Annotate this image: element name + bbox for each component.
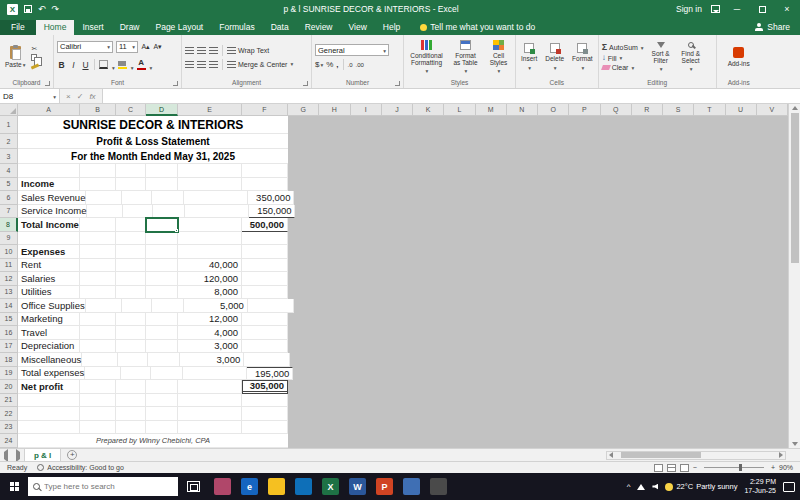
ribbon-tab-page-layout[interactable]: Page Layout bbox=[148, 20, 212, 35]
cell-F22[interactable] bbox=[242, 407, 288, 421]
zoom-slider[interactable] bbox=[704, 467, 764, 468]
cell-B16[interactable] bbox=[80, 326, 116, 340]
bold-button[interactable]: B bbox=[57, 59, 66, 71]
cell-A23[interactable] bbox=[18, 421, 80, 435]
cell-D7[interactable] bbox=[153, 205, 185, 219]
ribbon-tab-help[interactable]: Help bbox=[375, 20, 408, 35]
number-format-select[interactable]: General bbox=[315, 44, 389, 56]
sheet-nav-right-icon[interactable] bbox=[12, 452, 24, 459]
cell-F17[interactable] bbox=[242, 340, 288, 354]
file-tab[interactable]: File bbox=[0, 20, 36, 35]
cell-C10[interactable] bbox=[116, 245, 146, 259]
cell-E20[interactable] bbox=[178, 380, 242, 394]
cell-C14[interactable] bbox=[122, 299, 152, 313]
row-header-1[interactable]: 1 bbox=[0, 116, 18, 134]
cell-B11[interactable] bbox=[80, 259, 116, 273]
cell-D9[interactable] bbox=[146, 232, 178, 246]
column-header-C[interactable]: C bbox=[116, 104, 146, 116]
cell-A13[interactable]: Utilities bbox=[18, 286, 80, 300]
cell-D17[interactable] bbox=[146, 340, 178, 354]
cell-E14[interactable]: 5,000 bbox=[184, 299, 248, 313]
cell-E11[interactable]: 40,000 bbox=[178, 259, 242, 273]
sign-in-button[interactable]: Sign in bbox=[676, 4, 702, 14]
cell-E18[interactable]: 3,000 bbox=[180, 353, 244, 367]
cell-E6[interactable] bbox=[184, 191, 248, 205]
cell-F20[interactable]: 305,000 bbox=[242, 380, 288, 394]
row-header-19[interactable]: 19 bbox=[0, 367, 18, 381]
cell-F13[interactable] bbox=[242, 286, 288, 300]
row-header-10[interactable]: 10 bbox=[0, 245, 18, 259]
task-view-icon[interactable] bbox=[187, 481, 200, 492]
borders-icon[interactable] bbox=[99, 60, 108, 69]
photos-app-icon[interactable] bbox=[214, 478, 231, 495]
share-button[interactable]: Share bbox=[745, 22, 800, 35]
save-icon[interactable] bbox=[24, 5, 32, 13]
cell-D8[interactable] bbox=[146, 218, 178, 232]
column-header-M[interactable]: M bbox=[476, 104, 507, 116]
row-header-4[interactable]: 4 bbox=[0, 164, 18, 178]
redo-icon[interactable]: ↷ bbox=[52, 5, 60, 14]
cell-C15[interactable] bbox=[116, 313, 146, 327]
cell-D5[interactable] bbox=[146, 178, 178, 192]
align-top-icon[interactable] bbox=[185, 47, 194, 54]
cell-C16[interactable] bbox=[116, 326, 146, 340]
cell-D13[interactable] bbox=[146, 286, 178, 300]
cell-E13[interactable]: 8,000 bbox=[178, 286, 242, 300]
cell-E17[interactable]: 3,000 bbox=[178, 340, 242, 354]
paste-button[interactable]: Paste bbox=[3, 45, 27, 69]
cell-E21[interactable] bbox=[178, 394, 242, 408]
column-header-L[interactable]: L bbox=[444, 104, 475, 116]
cell-F11[interactable] bbox=[242, 259, 288, 273]
conditional-formatting-button[interactable]: Conditional Formatting bbox=[408, 39, 446, 75]
decrease-font-size-icon[interactable]: A▾ bbox=[153, 41, 162, 53]
cell-E5[interactable] bbox=[178, 178, 242, 192]
cell-A22[interactable] bbox=[18, 407, 80, 421]
cell-A19[interactable]: Total expenses bbox=[18, 367, 85, 381]
cell-E9[interactable] bbox=[178, 232, 242, 246]
cell-C7[interactable] bbox=[123, 205, 153, 219]
cell-A3[interactable]: For the Month Ended May 31, 2025 bbox=[18, 149, 288, 164]
cell-C17[interactable] bbox=[116, 340, 146, 354]
cell-A18[interactable]: Miscellaneous bbox=[18, 353, 82, 367]
cell-C21[interactable] bbox=[116, 394, 146, 408]
addins-button[interactable]: Add-ins bbox=[726, 46, 752, 68]
cell-B6[interactable] bbox=[86, 191, 122, 205]
cell-D21[interactable] bbox=[146, 394, 178, 408]
cell-D22[interactable] bbox=[146, 407, 178, 421]
cell-D6[interactable] bbox=[152, 191, 184, 205]
cell-B23[interactable] bbox=[80, 421, 116, 435]
row-header-16[interactable]: 16 bbox=[0, 326, 18, 340]
cell-A12[interactable]: Salaries bbox=[18, 272, 80, 286]
cancel-icon[interactable]: × bbox=[66, 92, 71, 101]
cell-F4[interactable] bbox=[242, 164, 288, 178]
zoom-out-button[interactable]: − bbox=[693, 464, 697, 471]
cell-E16[interactable]: 4,000 bbox=[178, 326, 242, 340]
cell-D14[interactable] bbox=[152, 299, 184, 313]
fill-color-icon[interactable] bbox=[118, 61, 127, 69]
action-center-icon[interactable] bbox=[783, 482, 795, 492]
cell-E15[interactable]: 12,000 bbox=[178, 313, 242, 327]
taskbar-clock[interactable]: 2:29 PM 17-Jun-25 bbox=[744, 478, 776, 495]
cell-F19[interactable]: 195,000 bbox=[247, 367, 293, 381]
vertical-scrollbar[interactable] bbox=[788, 104, 800, 448]
cell-A9[interactable] bbox=[18, 232, 80, 246]
column-header-R[interactable]: R bbox=[632, 104, 663, 116]
edge-browser-icon[interactable]: e bbox=[241, 478, 258, 495]
new-sheet-button[interactable]: + bbox=[67, 450, 77, 460]
fill-handle[interactable] bbox=[175, 229, 178, 232]
cell-D4[interactable] bbox=[146, 164, 178, 178]
sheet-tab-active[interactable]: p & l bbox=[24, 449, 61, 461]
insert-cells-button[interactable]: Insert bbox=[519, 42, 539, 71]
cell-F23[interactable] bbox=[242, 421, 288, 435]
cell-D19[interactable] bbox=[151, 367, 183, 381]
column-header-K[interactable]: K bbox=[413, 104, 444, 116]
cell-B14[interactable] bbox=[86, 299, 122, 313]
scroll-left-icon[interactable] bbox=[609, 452, 613, 458]
row-header-11[interactable]: 11 bbox=[0, 259, 18, 273]
cell-F21[interactable] bbox=[242, 394, 288, 408]
font-size-select[interactable]: 11 bbox=[116, 41, 138, 53]
comma-style-icon[interactable]: , bbox=[336, 60, 338, 69]
ribbon-tab-review[interactable]: Review bbox=[297, 20, 341, 35]
column-header-N[interactable]: N bbox=[507, 104, 538, 116]
cell-E23[interactable] bbox=[178, 421, 242, 435]
